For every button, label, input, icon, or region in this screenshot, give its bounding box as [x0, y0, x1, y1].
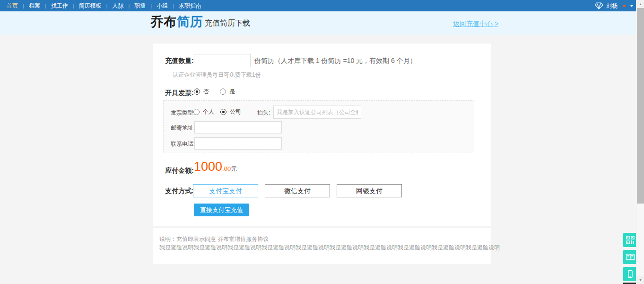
nav-separator: |: [173, 3, 174, 9]
top-nav: 首页 | 档案 | 找工作 | 简历模板 | 人脉 | 职播 | 小组 | 求职…: [0, 0, 636, 11]
invoice-type-company-label: 公司: [230, 108, 241, 115]
nav-separator: |: [150, 3, 152, 9]
nav-item-home[interactable]: 首页: [7, 2, 18, 10]
nav-separator: |: [128, 3, 130, 9]
quantity-input[interactable]: [194, 54, 251, 67]
notification-dot-icon: [623, 5, 626, 7]
logo-text-accent: 简历: [177, 15, 203, 29]
nav-item-groups[interactable]: 小组: [157, 2, 168, 10]
phone-label: 联系电话:: [171, 141, 195, 147]
page-title: 充值简历下载: [205, 19, 250, 27]
payment-label: 支付方式:: [153, 187, 194, 195]
amount-unit: 元: [231, 165, 237, 173]
invoice-yes-label: 是: [229, 88, 235, 95]
page-scrollbar[interactable]: ▲ ▼: [636, 0, 644, 284]
nav-item-live[interactable]: 职播: [134, 2, 146, 10]
invoice-no-radio[interactable]: 否: [194, 88, 209, 95]
invoice-label: 开具发票:: [153, 89, 194, 97]
invoice-detail-box: 发票类型: 个人 公司 抬头: 邮寄地址: 联系电话:: [163, 100, 474, 152]
nav-separator: |: [73, 3, 74, 9]
phone-input[interactable]: [194, 137, 282, 150]
book-icon: [626, 253, 635, 261]
quantity-note-text: 认证企业管理员每日可免费下载1份: [173, 71, 261, 78]
caret-down-icon: [630, 5, 634, 7]
scroll-up-arrow-icon[interactable]: ▲: [636, 0, 644, 8]
invoice-type-personal-radio[interactable]: 个人: [193, 108, 214, 115]
scroll-down-arrow-icon[interactable]: ▼: [636, 276, 644, 284]
radio-checked-icon: [194, 89, 200, 95]
pay-method-alipay-button[interactable]: 支付宝支付: [193, 184, 258, 197]
terms-line-agreement: 说明：充值即表示同意 乔布堂增值服务协议: [159, 236, 269, 242]
nav-item-connections[interactable]: 人脉: [112, 2, 123, 10]
terms-card: 说明：充值即表示同意 乔布堂增值服务协议 我是避险说明我是避险说明我是避险说明我…: [153, 228, 491, 264]
nav-item-archive[interactable]: 档案: [29, 2, 40, 10]
nav-separator: |: [23, 3, 24, 9]
invoice-type-personal-label: 个人: [203, 108, 214, 115]
pay-method-netbank-button[interactable]: 网银支付: [337, 184, 402, 197]
logo-text-primary: 乔布: [150, 15, 177, 29]
invoice-no-label: 否: [203, 88, 209, 95]
mobile-app-button[interactable]: [623, 267, 637, 281]
amount-value: 1000.00元: [194, 160, 237, 174]
invoice-yes-radio[interactable]: 是: [220, 88, 235, 95]
invoice-title-label: 抬头:: [257, 109, 270, 116]
bullet-icon: ·: [168, 71, 170, 78]
qr-code-icon: [626, 236, 635, 244]
terms-line-disclaimer: 我是避险说明我是避险说明我是避险说明我是避险说明我是避险说明我是避险说明我是避险…: [159, 244, 500, 251]
address-input[interactable]: [194, 121, 282, 133]
address-label: 邮寄地址:: [171, 124, 195, 131]
quantity-suffix-text: 份简历（人才库下载 1 份简历 =10 元，有效期 6 个月）: [254, 57, 417, 64]
amount-label: 应付金额:: [153, 167, 194, 174]
quantity-note: ·认证企业管理员每日可免费下载1份: [168, 71, 261, 78]
phone-icon: [626, 270, 635, 278]
radio-unchecked-icon: [193, 109, 200, 115]
nav-item-find-job[interactable]: 找工作: [51, 2, 68, 10]
scrollbar-thumb[interactable]: [637, 8, 644, 204]
handbook-button[interactable]: [623, 250, 637, 264]
recharge-form-card: 充值数量: 份简历（人才库下载 1 份简历 =10 元，有效期 6 个月） ·认…: [153, 44, 491, 226]
radio-checked-icon: [220, 109, 226, 115]
pay-method-wechat-button[interactable]: 微信支付: [265, 184, 330, 197]
quantity-label: 充值数量:: [153, 57, 194, 64]
subheader-band: [0, 11, 636, 35]
nav-separator: |: [45, 3, 46, 9]
amount-integer: 1000: [194, 160, 222, 174]
qr-code-button[interactable]: [623, 233, 637, 247]
nav-item-job-guide[interactable]: 求职指南: [179, 2, 201, 10]
amount-decimal: .00: [222, 165, 231, 172]
nav-item-resume-templates[interactable]: 简历模板: [79, 2, 102, 10]
nav-separator: |: [106, 3, 108, 9]
invoice-type-company-radio[interactable]: 公司: [220, 108, 241, 115]
diamond-icon: [594, 2, 603, 9]
radio-unchecked-icon: [220, 89, 226, 95]
back-to-recharge-center-link[interactable]: 返回充值中心 >: [453, 20, 498, 27]
invoice-type-label: 发票类型:: [171, 109, 195, 116]
invoice-title-input[interactable]: [273, 106, 361, 119]
site-logo[interactable]: 乔布简历: [150, 15, 203, 29]
alipay-recharge-button[interactable]: 直接支付宝充值: [194, 204, 249, 216]
user-name: 刘杨: [606, 2, 618, 10]
nav-user-menu[interactable]: 刘杨: [594, 0, 634, 11]
